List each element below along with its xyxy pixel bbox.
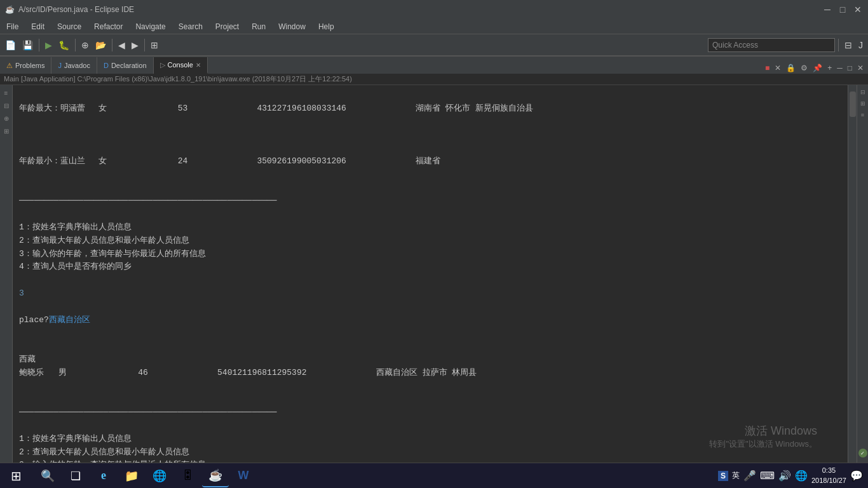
console-pin-button[interactable]: 📌 bbox=[811, 62, 824, 74]
left-sidebar-icon-3[interactable]: ⊕ bbox=[1, 113, 11, 123]
menu-search[interactable]: Search bbox=[172, 19, 209, 34]
console-close-button[interactable]: ✕ bbox=[855, 62, 865, 74]
tab-problems[interactable]: ⚠ Problems bbox=[0, 57, 51, 74]
console-clear-button[interactable]: ✕ bbox=[773, 62, 783, 74]
titlebar-controls: ─ □ ✕ bbox=[822, 4, 863, 15]
start-icon: ⊞ bbox=[11, 468, 22, 484]
save-button[interactable]: 💾 bbox=[20, 37, 36, 53]
menu-refactor[interactable]: Refactor bbox=[88, 19, 129, 34]
menu-project[interactable]: Project bbox=[209, 19, 245, 34]
taskbar-control-panel[interactable]: 🎛 bbox=[174, 464, 201, 487]
menu-navigate[interactable]: Navigate bbox=[129, 19, 172, 34]
declaration-icon: D bbox=[104, 62, 109, 69]
tab-declaration-label: Declaration bbox=[111, 62, 147, 69]
taskbar-task-view[interactable]: ❏ bbox=[62, 464, 89, 487]
titlebar: ☕ A/src/ID/Person.java - Eclipse IDE ─ □… bbox=[0, 0, 868, 19]
left-sidebar-icon-4[interactable]: ⊞ bbox=[1, 126, 11, 136]
tray-input-icon[interactable]: 🎤 bbox=[743, 470, 756, 482]
open-resource-button[interactable]: 📂 bbox=[93, 37, 109, 53]
perspective-layout-button[interactable]: ⊟ bbox=[842, 37, 855, 53]
toolbar: 📄 💾 ▶ 🐛 ⊕ 📂 ◀ ▶ ⊞ Quick Access ⊟ J bbox=[0, 34, 868, 56]
console-scroll-lock-button[interactable]: 🔒 bbox=[784, 62, 797, 74]
prev-edit-button[interactable]: ◀ bbox=[116, 37, 128, 53]
tray-network-icon[interactable]: 🌐 bbox=[795, 470, 808, 482]
output-line-1: 年龄最大：明涵蕾 女 53 431227196108033146 湖南省 怀化市… bbox=[19, 104, 533, 113]
console-minimize-button[interactable]: ─ bbox=[835, 62, 844, 74]
next-edit-button[interactable]: ▶ bbox=[129, 37, 141, 53]
search-taskbar-icon: 🔍 bbox=[41, 469, 55, 483]
right-sidebar: ⊟ ⊞ ≡ ✓ bbox=[857, 85, 868, 463]
perspective-icon-button[interactable]: J bbox=[856, 37, 865, 53]
tray-ime[interactable]: S bbox=[718, 471, 728, 481]
app-icon: ☕ bbox=[5, 5, 15, 14]
notification-icon[interactable]: 💬 bbox=[850, 470, 863, 482]
open-type-button[interactable]: ⊕ bbox=[79, 37, 92, 53]
file-explorer-icon: 📁 bbox=[125, 469, 139, 483]
scrollbar-thumb[interactable] bbox=[850, 92, 856, 117]
new-button[interactable]: 📄 bbox=[3, 37, 18, 53]
problems-icon: ⚠ bbox=[6, 62, 13, 70]
taskbar-search[interactable]: 🔍 bbox=[34, 464, 61, 487]
maximize-button[interactable]: □ bbox=[837, 4, 848, 15]
menu-file[interactable]: File bbox=[0, 19, 25, 34]
taskbar-chrome[interactable]: 🌐 bbox=[146, 464, 173, 487]
tab-problems-label: Problems bbox=[15, 62, 44, 69]
console-tab-close[interactable]: ✕ bbox=[196, 62, 201, 69]
menubar: File Edit Source Refactor Navigate Searc… bbox=[0, 19, 868, 34]
quick-access-input[interactable]: Quick Access bbox=[708, 38, 835, 52]
taskbar-word[interactable]: W bbox=[230, 464, 257, 487]
console-maximize-button[interactable]: □ bbox=[846, 62, 854, 74]
edge-icon: e bbox=[101, 469, 106, 482]
console-tab-controls: ■ ✕ 🔒 ⚙ 📌 + ─ □ ✕ bbox=[763, 62, 868, 74]
tab-javadoc-label: Javadoc bbox=[64, 62, 90, 69]
tray-ime-lang[interactable]: 英 bbox=[732, 470, 740, 481]
console-settings-button[interactable]: ⚙ bbox=[799, 62, 810, 74]
close-button[interactable]: ✕ bbox=[853, 4, 863, 15]
control-panel-icon: 🎛 bbox=[182, 469, 193, 482]
tray-volume-icon[interactable]: 🔊 bbox=[778, 470, 791, 482]
toolbar-sep-4 bbox=[144, 39, 145, 51]
console-scrollbar[interactable] bbox=[848, 85, 857, 463]
output-line-3: 年龄最小：蓝山兰 女 24 350926199005031206 福建省 bbox=[19, 156, 440, 166]
output-separator-2: ────────────────────────────────────────… bbox=[19, 407, 277, 417]
console-new-button[interactable]: + bbox=[825, 62, 834, 74]
tab-console-label: Console bbox=[168, 61, 193, 69]
minimize-button[interactable]: ─ bbox=[822, 4, 832, 15]
word-icon: W bbox=[238, 469, 249, 482]
status-indicator: ✓ bbox=[858, 449, 867, 458]
left-sidebar-top-icon[interactable]: ≡ bbox=[1, 88, 11, 98]
console-output[interactable]: 年龄最大：明涵蕾 女 53 431227196108033146 湖南省 怀化市… bbox=[13, 85, 848, 463]
right-sidebar-icon-1[interactable]: ⊟ bbox=[858, 88, 867, 97]
titlebar-left: ☕ A/src/ID/Person.java - Eclipse IDE bbox=[5, 5, 134, 14]
output-line-4: 西藏 鲍晓乐 男 46 540121196811295392 西藏自治区 拉萨市… bbox=[19, 355, 477, 377]
clock[interactable]: 0:35 2018/10/27 bbox=[811, 466, 846, 485]
left-sidebar: ≡ ⊟ ⊕ ⊞ bbox=[0, 85, 13, 463]
tab-declaration[interactable]: D Declaration bbox=[97, 57, 154, 74]
toolbar-sep-1 bbox=[39, 39, 39, 51]
console-stop-button[interactable]: ■ bbox=[763, 62, 771, 74]
menu-edit[interactable]: Edit bbox=[25, 19, 51, 34]
eclipse-icon: ☕ bbox=[208, 468, 222, 482]
tray-keyboard-icon[interactable]: ⌨ bbox=[760, 470, 775, 482]
output-separator-1: ────────────────────────────────────────… bbox=[19, 196, 277, 205]
taskbar-file-explorer[interactable]: 📁 bbox=[118, 464, 145, 487]
tab-javadoc[interactable]: J Javadoc bbox=[51, 57, 97, 74]
right-sidebar-icon-2[interactable]: ⊞ bbox=[858, 99, 867, 108]
start-button[interactable]: ⊞ bbox=[0, 463, 32, 488]
menu-help[interactable]: Help bbox=[312, 19, 341, 34]
taskbar-edge[interactable]: e bbox=[90, 464, 117, 487]
menu-run[interactable]: Run bbox=[245, 19, 272, 34]
left-sidebar-icon-2[interactable]: ⊟ bbox=[1, 100, 11, 111]
quick-access-label: Quick Access bbox=[712, 41, 758, 50]
tab-console[interactable]: ▷ Console ✕ bbox=[154, 57, 208, 74]
taskbar-eclipse[interactable]: ☕ bbox=[202, 464, 229, 487]
console-infobar: Main [Java Application] C:\Program Files… bbox=[0, 74, 868, 85]
debug-button[interactable]: 🐛 bbox=[56, 37, 72, 53]
output-prompt: place?西藏自治区 bbox=[19, 315, 90, 325]
output-menu-1: 1：按姓名字典序输出人员信息 2：查询最大年龄人员信息和最小年龄人员信息 3：输… bbox=[19, 222, 206, 271]
menu-window[interactable]: Window bbox=[272, 19, 312, 34]
right-sidebar-icon-3[interactable]: ≡ bbox=[858, 111, 867, 119]
run-button[interactable]: ▶ bbox=[43, 37, 55, 53]
menu-source[interactable]: Source bbox=[51, 19, 88, 34]
perspective-button[interactable]: ⊞ bbox=[148, 37, 161, 53]
